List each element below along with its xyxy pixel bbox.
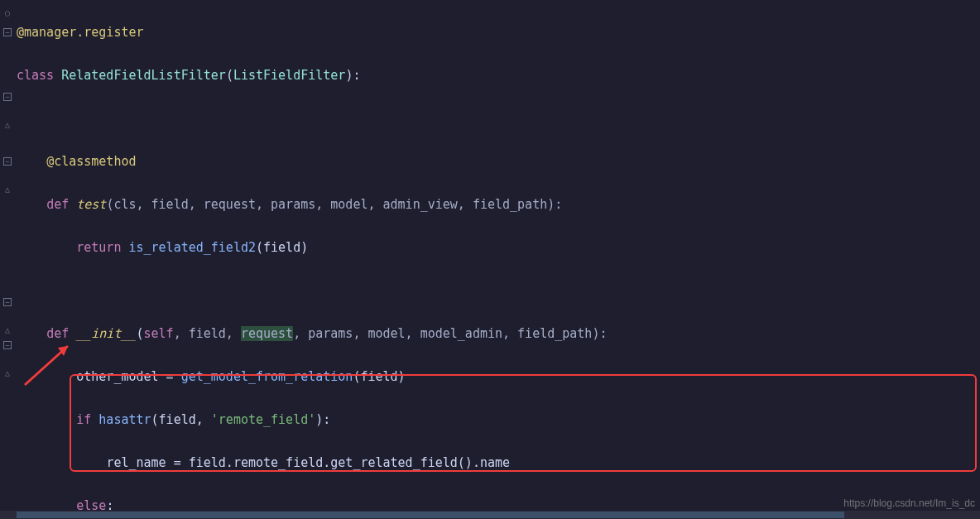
gutter-fold-icon[interactable]: ○ xyxy=(2,2,13,24)
horizontal-scrollbar[interactable] xyxy=(0,511,980,519)
scrollbar-thumb[interactable] xyxy=(17,512,844,518)
gutter-fold-icon[interactable]: △ xyxy=(2,363,13,384)
editor-gutter: ○ − − △ − △ − △ − △ xyxy=(0,0,17,519)
gutter-fold-icon[interactable]: − xyxy=(3,341,12,349)
code-editor[interactable]: @manager.register class RelatedFieldList… xyxy=(17,0,980,519)
gutter-fold-icon[interactable]: △ xyxy=(2,114,13,136)
gutter-fold-icon[interactable]: △ xyxy=(2,179,13,200)
gutter-fold-icon[interactable]: △ xyxy=(2,320,13,341)
gutter-fold-icon[interactable]: − xyxy=(3,298,12,306)
gutter-fold-icon[interactable]: − xyxy=(3,157,12,166)
gutter-fold-icon[interactable]: − xyxy=(3,28,12,36)
decorator: @manager.register xyxy=(17,25,144,40)
gutter-fold-icon[interactable]: − xyxy=(3,93,12,101)
watermark: https://blog.csdn.net/Im_is_dc xyxy=(843,493,975,514)
